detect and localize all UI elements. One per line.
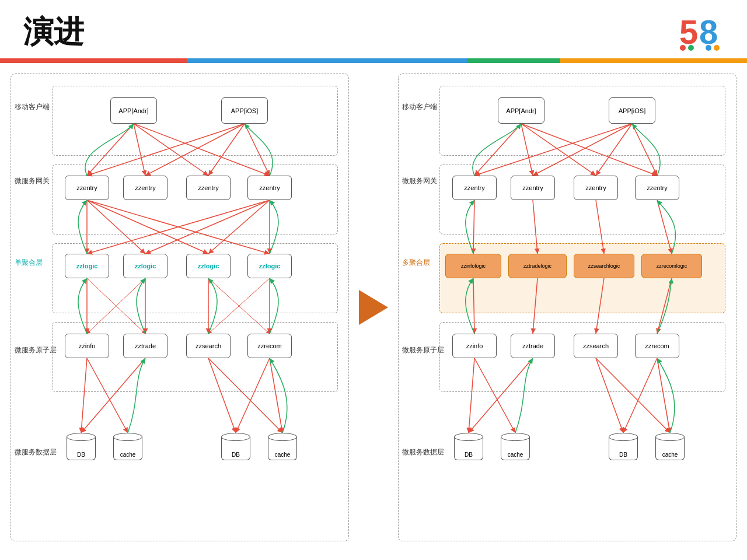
right-zztradelogic: zztradelogic	[508, 254, 567, 278]
left-db2-top	[221, 433, 250, 441]
right-mobile-label: 移动客户端	[402, 102, 437, 112]
right-zzentry-3: zzentry	[574, 176, 618, 200]
left-zzlogic-2: zzlogic	[123, 254, 167, 278]
svg-point-4	[706, 45, 711, 51]
right-zzrecomlogic: zzrecomlogic	[641, 254, 702, 278]
left-zzentry-1: zzentry	[65, 176, 109, 200]
svg-point-3	[688, 45, 694, 51]
svg-point-2	[680, 45, 686, 51]
left-db1: DB	[67, 433, 96, 460]
left-atomic-label: 微服务原子层	[15, 345, 57, 355]
right-gateway-label: 微服务网关	[402, 176, 437, 186]
right-zzentry-4: zzentry	[635, 176, 679, 200]
left-app-android: APP[Andr]	[110, 97, 157, 124]
svg-point-5	[714, 45, 720, 51]
left-zzlogic-4: zzlogic	[247, 254, 292, 278]
arrow-right-icon	[359, 290, 388, 325]
logo-58: 5 8	[677, 12, 724, 52]
left-db1-top	[67, 433, 96, 441]
left-zzinfo: zzinfo	[65, 334, 109, 358]
right-app-android: APP[Andr]	[498, 97, 544, 124]
page-title: 演进	[23, 12, 84, 52]
right-db1-top	[454, 433, 483, 441]
left-gateway-label: 微服务网关	[15, 176, 50, 186]
left-app-ios: APP[iOS]	[221, 97, 268, 124]
right-cache2-top	[655, 433, 685, 441]
left-db2: DB	[221, 433, 250, 460]
right-diagram: 移动客户端 微服务网关 多聚合层 微服务原子层 微服务数据层 APP[Andr]…	[398, 74, 736, 541]
left-cache1-top	[113, 433, 142, 441]
left-zzsearch: zzsearch	[186, 334, 231, 358]
left-zzrecom: zzrecom	[247, 334, 292, 358]
transition-arrow	[356, 74, 391, 541]
left-cache1: cache	[113, 433, 142, 460]
right-db1: DB	[454, 433, 483, 460]
left-mobile-region	[52, 86, 338, 156]
right-cache1: cache	[501, 433, 530, 460]
right-app-ios: APP[iOS]	[609, 97, 655, 124]
right-mobile-region	[439, 86, 725, 156]
right-aggregate-label: 多聚合层	[402, 258, 430, 268]
left-mobile-label: 移动客户端	[15, 102, 50, 112]
left-cache2-top	[268, 433, 297, 441]
color-bar-red	[0, 58, 187, 63]
right-cache1-top	[501, 433, 530, 441]
left-cache2: cache	[268, 433, 297, 460]
main-content: 移动客户端 微服务网关 单聚合层 微服务原子层 微服务数据层 APP[Andr]…	[0, 63, 747, 547]
right-atomic-label: 微服务原子层	[402, 345, 444, 355]
color-bar	[0, 58, 747, 63]
right-zzinfo: zzinfo	[452, 334, 497, 358]
left-zzlogic-1: zzlogic	[65, 254, 109, 278]
right-zzsearch: zzsearch	[574, 334, 618, 358]
right-zzsearchlogic: zzsearchlogic	[574, 254, 634, 278]
color-bar-green	[467, 58, 560, 63]
right-data-label: 微服务数据层	[402, 447, 444, 457]
color-bar-blue	[187, 58, 467, 63]
right-zzinfologic: zzinfologic	[445, 254, 501, 278]
left-aggregate-label: 单聚合层	[15, 258, 43, 268]
right-zzrecom: zzrecom	[635, 334, 679, 358]
page-header: 演进 5 8	[0, 0, 747, 58]
right-zztrade: zztrade	[511, 334, 555, 358]
right-db2: DB	[609, 433, 638, 460]
left-data-label: 微服务数据层	[15, 447, 57, 457]
right-db2-top	[609, 433, 638, 441]
left-diagram: 移动客户端 微服务网关 单聚合层 微服务原子层 微服务数据层 APP[Andr]…	[11, 74, 349, 541]
left-zzentry-3: zzentry	[186, 176, 231, 200]
right-cache2: cache	[655, 433, 685, 460]
right-zzentry-2: zzentry	[511, 176, 555, 200]
left-zztrade: zztrade	[123, 334, 167, 358]
left-zzlogic-3: zzlogic	[186, 254, 231, 278]
right-zzentry-1: zzentry	[452, 176, 497, 200]
left-zzentry-4: zzentry	[247, 176, 292, 200]
left-zzentry-2: zzentry	[123, 176, 167, 200]
color-bar-orange	[560, 58, 747, 63]
